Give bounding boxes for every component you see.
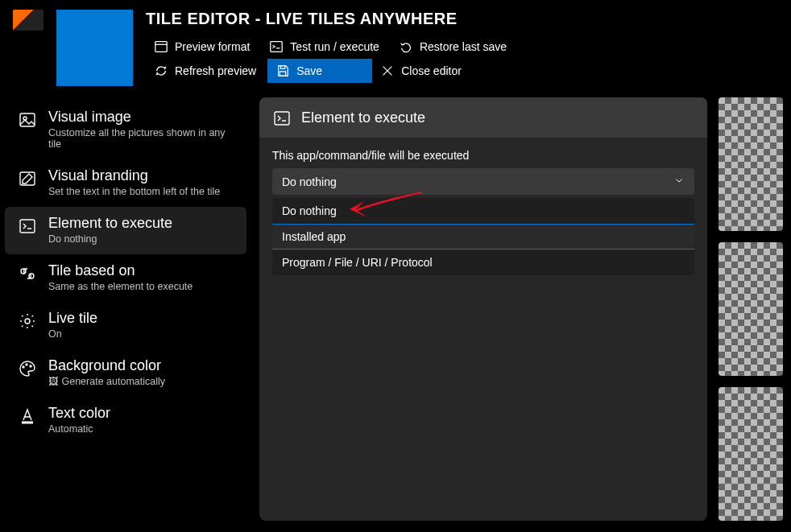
sidebar-item-sub: Customize all the pictures shown in any … (48, 127, 237, 150)
panel-header: Element to execute (259, 97, 707, 138)
option-do-nothing[interactable]: Do nothing (272, 198, 694, 224)
link-icon (18, 264, 37, 283)
svg-rect-3 (280, 66, 284, 69)
field-label: This app/command/file will be executed (272, 149, 694, 162)
tile-preview-small (719, 97, 783, 231)
close-label: Close editor (401, 64, 462, 77)
tile-preview-wide (719, 387, 783, 521)
preview-column (719, 97, 783, 521)
sidebar-item-label: Text color (48, 405, 110, 422)
svg-rect-10 (20, 220, 35, 233)
sidebar-item-label: Live tile (48, 310, 97, 327)
save-label: Save (296, 64, 322, 77)
refresh-button[interactable]: Refresh preview (146, 59, 267, 83)
panel-title: Element to execute (301, 109, 425, 126)
chevron-down-icon (673, 175, 685, 188)
sidebar-item-visual-image[interactable]: Visual image Customize all the pictures … (0, 101, 251, 159)
sidebar-item-visual-branding[interactable]: Visual branding Set the text in the bott… (0, 159, 251, 207)
option-program-file-uri[interactable]: Program / File / URI / Protocol (272, 250, 694, 275)
sidebar-item-label: Element to execute (48, 215, 172, 232)
svg-point-16 (30, 365, 31, 367)
svg-point-14 (23, 366, 24, 368)
terminal-icon (269, 39, 284, 54)
tile-preview-medium (719, 242, 783, 376)
sidebar-item-sub: On (48, 328, 97, 340)
element-to-execute-panel: Element to execute This app/command/file… (259, 97, 707, 521)
test-run-button[interactable]: Test run / execute (261, 35, 391, 59)
sidebar-item-label: Background color (48, 357, 165, 374)
svg-point-15 (26, 364, 27, 365)
preview-format-icon (154, 39, 168, 54)
sidebar-item-element-to-execute[interactable]: Element to execute Do nothing (5, 207, 246, 254)
app-logo-icon (13, 10, 43, 31)
svg-rect-18 (275, 112, 289, 125)
svg-point-13 (25, 319, 30, 324)
toolbar: Preview format Test run / execute Restor… (146, 35, 778, 83)
option-installed-app[interactable]: Installed app (272, 224, 694, 250)
close-icon (380, 64, 395, 78)
sidebar: Visual image Customize all the pictures … (0, 93, 251, 532)
sidebar-item-sub: Automatic (48, 423, 110, 435)
terminal-icon (272, 109, 292, 128)
image-icon (18, 110, 37, 130)
sidebar-item-sub: Set the text in the bottom left of the t… (48, 186, 220, 197)
sidebar-item-sub: 🖼 Generate automatically (48, 376, 165, 387)
tile-preview-thumbnail (56, 10, 133, 86)
restore-button[interactable]: Restore last save (391, 35, 518, 59)
refresh-icon (154, 64, 168, 78)
close-button[interactable]: Close editor (372, 59, 473, 83)
svg-rect-4 (280, 72, 286, 76)
preview-format-button[interactable]: Preview format (146, 35, 261, 59)
save-icon (275, 64, 290, 78)
dropdown-selected-value: Do nothing (282, 175, 337, 188)
save-button[interactable]: Save (267, 59, 372, 83)
sidebar-item-label: Visual image (48, 109, 237, 126)
brightness-icon (18, 311, 37, 331)
svg-rect-2 (271, 42, 282, 52)
sidebar-item-live-tile[interactable]: Live tile On (0, 302, 251, 349)
terminal-icon (18, 217, 37, 236)
sidebar-item-background-color[interactable]: Background color 🖼 Generate automaticall… (0, 349, 251, 397)
sidebar-item-text-color[interactable]: Text color Automatic (0, 397, 251, 444)
sidebar-item-sub: Same as the element to execute (48, 281, 193, 292)
sidebar-item-label: Tile based on (48, 262, 193, 279)
palette-icon (18, 359, 37, 378)
restore-label: Restore last save (420, 40, 507, 53)
preview-format-label: Preview format (175, 40, 250, 53)
undo-icon (399, 39, 413, 54)
svg-rect-7 (20, 113, 35, 126)
sidebar-item-sub: Do nothing (48, 233, 172, 245)
execute-type-dropdown[interactable]: Do nothing (272, 168, 694, 195)
sidebar-item-tile-based-on[interactable]: Tile based on Same as the element to exe… (0, 254, 251, 302)
edit-icon (18, 169, 37, 188)
refresh-label: Refresh preview (175, 64, 256, 77)
window-title: TILE EDITOR - LIVE TILES ANYWHERE (146, 10, 778, 28)
test-run-label: Test run / execute (290, 40, 379, 53)
sidebar-item-label: Visual branding (48, 167, 220, 184)
font-color-icon (18, 406, 37, 426)
dropdown-options: Do nothing Installed app Program / File … (272, 198, 694, 275)
svg-rect-0 (155, 42, 167, 52)
